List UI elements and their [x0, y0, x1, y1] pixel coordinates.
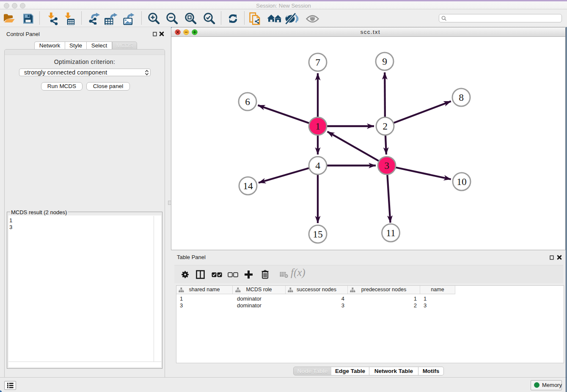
svg-text:11: 11 [386, 227, 396, 238]
svg-text:14: 14 [243, 180, 253, 191]
svg-text:2: 2 [383, 121, 388, 132]
svg-text:7: 7 [315, 57, 320, 68]
svg-text:4: 4 [315, 160, 320, 171]
svg-text:15: 15 [313, 229, 323, 240]
svg-text:6: 6 [245, 96, 250, 107]
svg-text:9: 9 [382, 56, 387, 67]
svg-text:10: 10 [457, 176, 467, 187]
svg-text:8: 8 [459, 92, 464, 103]
svg-text:1: 1 [315, 121, 320, 132]
svg-text:3: 3 [384, 160, 389, 171]
